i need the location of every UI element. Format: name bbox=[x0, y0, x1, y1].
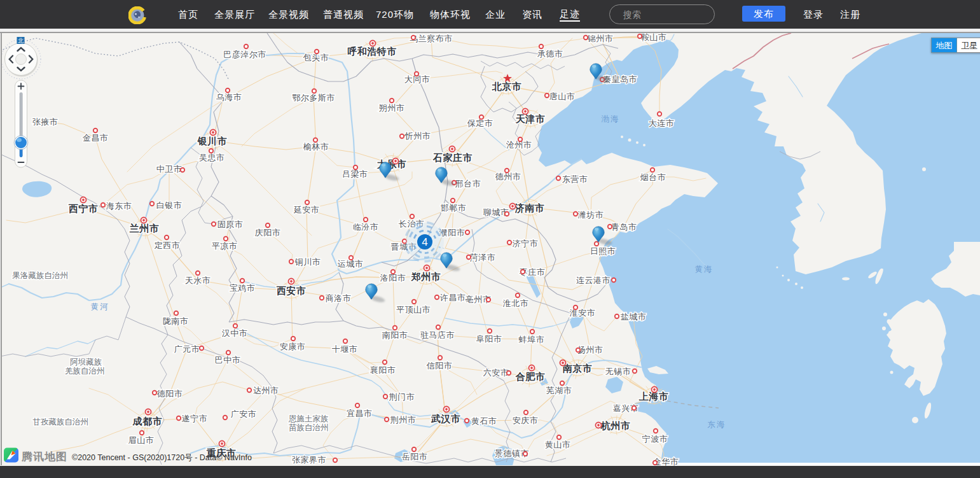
svg-text:西宁市: 西宁市 bbox=[69, 203, 99, 214]
svg-text:朔州市: 朔州市 bbox=[379, 103, 405, 113]
svg-text:黄河: 黄河 bbox=[91, 302, 109, 311]
svg-text:铜川市: 铜川市 bbox=[294, 257, 321, 267]
svg-text:甘孜藏族自治州: 甘孜藏族自治州 bbox=[32, 418, 88, 426]
svg-text:固原市: 固原市 bbox=[217, 220, 244, 229]
svg-text:阿坝藏族: 阿坝藏族 bbox=[70, 358, 102, 367]
svg-text:岳阳市: 岳阳市 bbox=[402, 452, 428, 461]
svg-text:菏泽市: 菏泽市 bbox=[469, 253, 496, 262]
svg-text:驻马店市: 驻马店市 bbox=[420, 330, 455, 340]
svg-text:烟台市: 烟台市 bbox=[640, 172, 666, 182]
svg-text:锦州市: 锦州市 bbox=[587, 34, 614, 43]
svg-text:连云港市: 连云港市 bbox=[576, 276, 611, 285]
svg-text:遂宁市: 遂宁市 bbox=[182, 414, 208, 423]
svg-text:鞍山市: 鞍山市 bbox=[641, 33, 667, 42]
svg-text:巴中市: 巴中市 bbox=[215, 355, 241, 365]
svg-text:西安市: 西安市 bbox=[277, 285, 307, 296]
svg-text:石家庄市: 石家庄市 bbox=[432, 152, 473, 163]
svg-text:唐山市: 唐山市 bbox=[549, 92, 576, 101]
svg-text:淮北市: 淮北市 bbox=[502, 299, 529, 308]
svg-text:宁波市: 宁波市 bbox=[642, 434, 668, 444]
svg-text:鄂尔多斯市: 鄂尔多斯市 bbox=[292, 93, 335, 102]
svg-text:信阳市: 信阳市 bbox=[426, 361, 453, 370]
svg-text:合肥市: 合肥市 bbox=[515, 371, 546, 382]
svg-text:苗族自治州: 苗族自治州 bbox=[289, 423, 329, 432]
svg-text:眉山市: 眉山市 bbox=[128, 435, 155, 445]
svg-text:中卫市: 中卫市 bbox=[156, 164, 183, 174]
svg-text:扬州市: 扬州市 bbox=[577, 345, 604, 355]
svg-text:海东市: 海东市 bbox=[106, 201, 132, 211]
svg-text:荆门市: 荆门市 bbox=[389, 392, 415, 402]
svg-text:吴忠市: 吴忠市 bbox=[199, 153, 225, 162]
svg-text:黄石市: 黄石市 bbox=[471, 416, 497, 426]
svg-text:广安市: 广安市 bbox=[231, 409, 257, 419]
svg-text:德阳市: 德阳市 bbox=[157, 389, 183, 398]
svg-text:天水市: 天水市 bbox=[185, 276, 211, 285]
svg-text:济南市: 济南市 bbox=[514, 202, 545, 214]
svg-text:兰州市: 兰州市 bbox=[129, 223, 160, 234]
svg-text:白银市: 白银市 bbox=[156, 200, 183, 210]
svg-text:济宁市: 济宁市 bbox=[513, 239, 539, 248]
svg-text:郑州市: 郑州市 bbox=[411, 271, 441, 282]
svg-text:呼和浩特市: 呼和浩特市 bbox=[347, 46, 397, 57]
svg-text:金昌市: 金昌市 bbox=[83, 133, 109, 143]
svg-text:阜阳市: 阜阳市 bbox=[476, 334, 502, 344]
svg-text:盐城市: 盐城市 bbox=[621, 312, 647, 321]
svg-text:无锡市: 无锡市 bbox=[605, 367, 631, 376]
svg-text:平凉市: 平凉市 bbox=[212, 241, 238, 251]
svg-text:日照市: 日照市 bbox=[590, 246, 616, 256]
svg-text:巴彦淖尔市: 巴彦淖尔市 bbox=[223, 50, 266, 59]
svg-text:邢台市: 邢台市 bbox=[455, 179, 481, 188]
svg-text:大连市: 大连市 bbox=[649, 118, 675, 128]
svg-text:商洛市: 商洛市 bbox=[326, 293, 352, 303]
svg-text:天津市: 天津市 bbox=[515, 113, 546, 124]
svg-text:陇南市: 陇南市 bbox=[163, 316, 189, 326]
svg-text:乌海市: 乌海市 bbox=[216, 92, 242, 102]
svg-text:定西市: 定西市 bbox=[155, 241, 181, 250]
svg-text:成都市: 成都市 bbox=[132, 416, 163, 426]
svg-text:十堰市: 十堰市 bbox=[332, 344, 358, 354]
svg-text:临汾市: 临汾市 bbox=[353, 222, 379, 232]
svg-text:襄阳市: 襄阳市 bbox=[370, 365, 396, 375]
svg-text:忻州市: 忻州市 bbox=[404, 131, 431, 141]
svg-text:淮安市: 淮安市 bbox=[569, 308, 596, 318]
svg-text:延安市: 延安市 bbox=[294, 205, 320, 214]
svg-text:张家界市: 张家界市 bbox=[292, 455, 326, 465]
svg-text:宝鸡市: 宝鸡市 bbox=[230, 283, 256, 293]
svg-text:南阳市: 南阳市 bbox=[382, 330, 408, 340]
svg-text:保定市: 保定市 bbox=[467, 118, 493, 128]
svg-text:达州市: 达州市 bbox=[253, 386, 279, 395]
svg-text:黄山市: 黄山市 bbox=[545, 440, 571, 449]
svg-text:吕梁市: 吕梁市 bbox=[342, 169, 368, 179]
svg-text:六安市: 六安市 bbox=[483, 368, 509, 377]
svg-text:果洛藏族自治州: 果洛藏族自治州 bbox=[12, 271, 68, 280]
svg-text:4: 4 bbox=[422, 236, 427, 248]
svg-text:邯郸市: 邯郸市 bbox=[441, 203, 467, 213]
svg-text:乌兰察布市: 乌兰察布市 bbox=[410, 34, 453, 43]
svg-text:庆阳市: 庆阳市 bbox=[255, 228, 281, 237]
svg-text:黄海: 黄海 bbox=[695, 265, 714, 274]
svg-text:平顶山市: 平顶山市 bbox=[396, 305, 431, 314]
svg-text:东营市: 东营市 bbox=[562, 174, 588, 184]
svg-text:杭州市: 杭州市 bbox=[600, 420, 631, 431]
svg-text:羌族自治州: 羌族自治州 bbox=[65, 367, 105, 376]
svg-text:宜昌市: 宜昌市 bbox=[347, 409, 373, 418]
svg-text:许昌市: 许昌市 bbox=[440, 293, 466, 302]
svg-text:北: 北 bbox=[18, 38, 24, 44]
svg-text:南京市: 南京市 bbox=[562, 363, 593, 374]
svg-text:潍坊市: 潍坊市 bbox=[577, 210, 604, 220]
svg-text:北京市: 北京市 bbox=[492, 81, 522, 92]
svg-text:承德市: 承德市 bbox=[537, 49, 563, 59]
svg-text:安康市: 安康市 bbox=[280, 342, 306, 351]
svg-text:榆林市: 榆林市 bbox=[303, 142, 329, 151]
svg-text:武汉市: 武汉市 bbox=[431, 413, 461, 424]
svg-text:安庆市: 安庆市 bbox=[513, 416, 539, 425]
svg-text:东海: 东海 bbox=[708, 420, 726, 429]
svg-text:渤海: 渤海 bbox=[602, 115, 620, 123]
svg-text:荆州市: 荆州市 bbox=[390, 415, 417, 425]
svg-text:银川市: 银川市 bbox=[197, 136, 228, 146]
svg-text:恩施土家族: 恩施土家族 bbox=[289, 414, 329, 423]
svg-text:汉中市: 汉中市 bbox=[222, 328, 248, 338]
svg-text:芜湖市: 芜湖市 bbox=[546, 386, 572, 395]
svg-text:蚌埠市: 蚌埠市 bbox=[519, 335, 545, 344]
svg-text:青岛市: 青岛市 bbox=[611, 222, 637, 232]
